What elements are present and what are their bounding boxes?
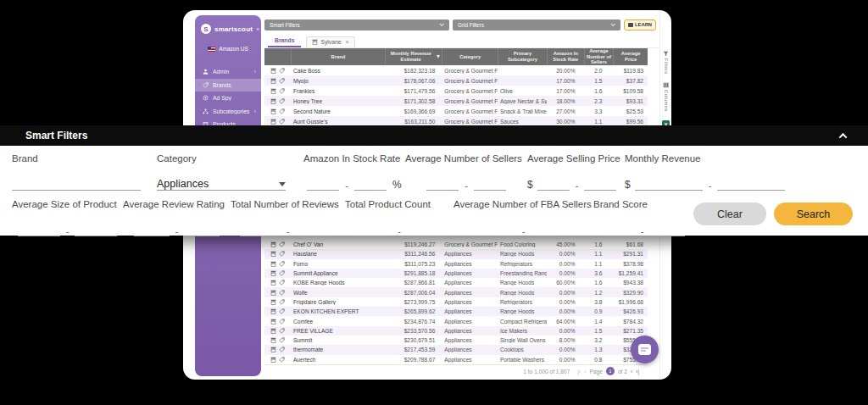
row-icons[interactable] [264, 290, 291, 296]
monthly-revenue-max-input[interactable] [717, 176, 785, 191]
row-icons[interactable] [264, 108, 291, 114]
col-average-number-of-sellers[interactable]: Average Number of Sellers [584, 48, 614, 65]
row-icons[interactable] [264, 328, 291, 334]
smart-filters-collapsed-bar[interactable]: Smart Filters [264, 19, 449, 31]
sidebar-item-brands[interactable]: Brands [195, 79, 261, 92]
prev-page-button[interactable]: ‹ [584, 369, 586, 374]
cell-average-price: $1,259.41 [613, 270, 648, 276]
row-icons[interactable] [264, 88, 291, 94]
cell-amazon-in-stock-rate: 0.00% [547, 328, 584, 334]
sidebar-item-admin[interactable]: Admin › [195, 65, 261, 79]
learn-button[interactable]: LEARN [624, 19, 656, 31]
table-row[interactable]: Chef O' Van$119,246.27Grocery & Gourmet … [264, 240, 648, 249]
table-header: Brand Monthly Revenue Estimate Category … [264, 48, 648, 65]
first-page-button[interactable]: |‹ [577, 369, 581, 374]
row-icons[interactable] [264, 347, 291, 352]
average-review-rating-min-input[interactable] [134, 222, 170, 236]
close-icon[interactable]: × [346, 39, 349, 45]
dollar-sign: $ [527, 179, 533, 191]
row-icons[interactable] [264, 308, 291, 314]
col-primary-subcategory[interactable]: Primary Subcategory [498, 48, 547, 65]
col-monthly-revenue[interactable]: Monthly Revenue Estimate [385, 48, 442, 65]
row-icons[interactable] [264, 119, 291, 125]
table-row[interactable]: Myojo$178,067.06Grocery & Gourmet Food17… [264, 75, 648, 86]
table-row[interactable]: Auertech$209,788.67AppliancesPortable Wa… [264, 355, 648, 364]
chevron-up-icon[interactable] [839, 132, 848, 141]
average-review-rating-max-input[interactable] [184, 222, 220, 236]
total-number-of-reviews-min-input[interactable] [240, 222, 281, 236]
row-icons[interactable] [264, 241, 291, 247]
sidebar-item-ad-spy[interactable]: Ad Spy [195, 92, 261, 105]
cell-average-number-of-sellers: 1.2 [584, 290, 614, 296]
row-icons[interactable] [264, 337, 291, 343]
col-average-price[interactable]: Average Price [613, 48, 648, 65]
table-row[interactable]: thermomate$217,453.59AppliancesCooktops0… [264, 345, 648, 354]
average-number-of-fba-sellers-max-input[interactable] [531, 222, 556, 236]
row-icons[interactable] [264, 319, 291, 325]
table-row[interactable]: Hauslane$311,246.56AppliancesRange Hoods… [264, 249, 648, 258]
chat-launcher-button[interactable] [631, 336, 659, 363]
sidebar-item-subcategories[interactable]: Subcategories › [195, 105, 261, 119]
table-row[interactable]: Cake Boss$182,323.18Grocery & Gourmet Fo… [264, 65, 648, 75]
table-row[interactable]: EKON KITCHEN EXPERT$265,899.62Appliances… [264, 307, 648, 316]
monthly-revenue-min-input[interactable] [635, 176, 703, 191]
average-number-of-sellers-max-input[interactable] [474, 176, 506, 191]
last-page-button[interactable]: ›| [636, 369, 639, 374]
table-row[interactable]: Summit Appliance$291,885.18AppliancesFre… [264, 269, 648, 278]
table-row[interactable]: KOBE Range Hoods$287,866.81AppliancesRan… [264, 278, 648, 287]
marketplace-label: Amazon US [219, 46, 248, 52]
cell-monthly-revenue: $169,366.69 [385, 108, 442, 114]
rail-columns-button[interactable]: Columns [663, 82, 669, 112]
row-icons[interactable] [264, 261, 291, 267]
row-icons[interactable] [264, 251, 291, 257]
total-product-count-min-input[interactable] [351, 222, 392, 236]
amazon-in-stock-rate-max-input[interactable] [354, 176, 387, 191]
table-row[interactable]: Summit$230,679.51AppliancesSingle Wall O… [264, 336, 648, 345]
brand-score-max-input[interactable] [649, 222, 685, 236]
average-size-of-product-min-input[interactable] [18, 222, 60, 236]
table-row[interactable]: Second Nature$169,366.69Grocery & Gourme… [264, 106, 648, 116]
row-icons[interactable] [264, 98, 291, 104]
row-icons[interactable] [264, 270, 291, 276]
tab-brands[interactable]: Brands [268, 37, 301, 47]
table-row[interactable]: Forno$311,075.23AppliancesRefrigerators0… [264, 259, 648, 269]
total-product-count-max-input[interactable] [407, 222, 448, 236]
next-page-button[interactable]: › [631, 369, 632, 374]
grid-filters-dropdown[interactable]: Grid Filters [453, 19, 620, 31]
row-icons[interactable] [264, 357, 291, 363]
cell-monthly-revenue: $291,885.18 [385, 270, 442, 276]
average-size-of-product-max-input[interactable] [75, 222, 117, 236]
row-icons[interactable] [264, 299, 291, 305]
tab-bar: Brands Sylvane × [264, 33, 659, 48]
row-icons[interactable] [264, 280, 291, 286]
cell-primary-subcategory: Range Hoods [498, 280, 547, 286]
table-row[interactable]: Frigidaire Gallery$273,999.75AppliancesR… [264, 297, 648, 307]
category-select[interactable]: Appliances [157, 175, 286, 191]
amazon-in-stock-rate-min-input[interactable] [307, 176, 339, 191]
tab-sylvane[interactable]: Sylvane × [306, 36, 354, 47]
table-row[interactable]: FREE VILLAGE$233,570.56AppliancesIce Mak… [264, 326, 648, 336]
sidebar-collapse-icon[interactable]: « [256, 26, 259, 32]
table-row[interactable]: Wolfe$287,006.04AppliancesRange Hoods0.0… [264, 287, 648, 297]
table-row[interactable]: Honey Tree$171,302.58Grocery & Gourmet F… [264, 96, 648, 106]
average-selling-price-max-input[interactable] [584, 176, 616, 191]
marketplace-selector[interactable]: Amazon US [195, 46, 261, 52]
clear-button[interactable]: Clear [693, 202, 766, 225]
row-icons[interactable] [264, 78, 291, 84]
table-row[interactable]: Comfee$234,876.74AppliancesCompact Refri… [264, 316, 648, 325]
brand-input[interactable] [12, 176, 141, 191]
col-brand[interactable]: Brand [291, 48, 385, 65]
smart-filters-header[interactable]: Smart Filters [0, 125, 868, 146]
col-amazon-in-stock-rate[interactable]: Amazon In Stock Rate [547, 48, 584, 65]
average-number-of-fba-sellers-min-input[interactable] [491, 222, 516, 236]
brand-score-min-input[interactable] [599, 222, 635, 236]
search-button[interactable]: Search [774, 202, 853, 225]
tag-icon [279, 119, 285, 125]
row-icons[interactable] [264, 68, 291, 74]
table-row[interactable]: Frankies$171,479.56Grocery & Gourmet Foo… [264, 86, 648, 96]
average-selling-price-min-input[interactable] [537, 176, 570, 191]
rail-filters-button[interactable]: Filters [663, 51, 669, 74]
average-number-of-sellers-min-input[interactable] [426, 176, 459, 191]
total-number-of-reviews-max-input[interactable] [295, 222, 336, 236]
col-category[interactable]: Category [442, 48, 498, 65]
